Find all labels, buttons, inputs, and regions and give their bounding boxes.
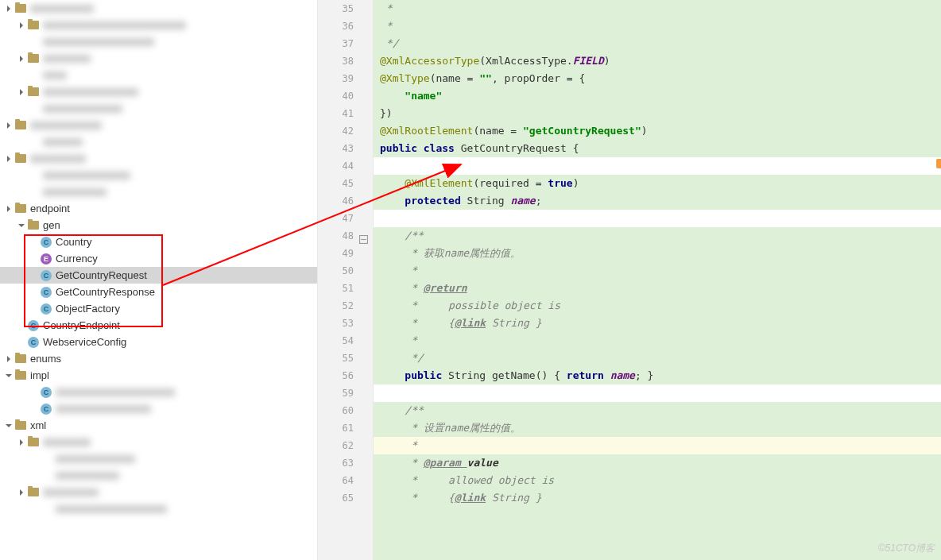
tree-item-label: xml bbox=[30, 419, 46, 431]
tree-item-webserviceconfig[interactable]: CWebserviceConfig bbox=[0, 334, 317, 350]
tree-item-currency[interactable]: ECurrency bbox=[0, 250, 317, 267]
tree-item-blurred[interactable] bbox=[0, 484, 317, 500]
line-number: 46 bbox=[318, 192, 373, 210]
project-tree[interactable]: endpointgenCCountryECurrencyCGetCountryR… bbox=[0, 0, 318, 560]
tree-item-blurred[interactable] bbox=[0, 117, 317, 133]
tree-item-blurred[interactable] bbox=[0, 67, 317, 83]
code-token: @return bbox=[424, 282, 467, 294]
code-token: (name = bbox=[430, 72, 480, 84]
code-token: name bbox=[510, 195, 535, 207]
code-token: * bbox=[405, 457, 423, 469]
line-number: 49 bbox=[318, 245, 373, 262]
line-number: 63 bbox=[318, 454, 373, 472]
chevron-icon[interactable] bbox=[3, 423, 14, 429]
fold-icon[interactable] bbox=[359, 232, 368, 241]
code-token: return bbox=[567, 369, 610, 381]
code-token: }) bbox=[380, 107, 393, 119]
folder-icon bbox=[14, 203, 27, 215]
tree-item-blurred[interactable] bbox=[0, 183, 317, 200]
tree-item-blurred[interactable] bbox=[0, 0, 317, 17]
class-icon: C bbox=[27, 319, 40, 332]
tree-item-countryendpoint[interactable]: CCountryEndpoint bbox=[0, 317, 317, 334]
code-token: * 设置name属性的值。 bbox=[405, 422, 521, 434]
tree-item-blurred[interactable] bbox=[0, 83, 317, 100]
tree-item-blurred[interactable] bbox=[0, 100, 317, 117]
code-token: ) bbox=[641, 125, 648, 137]
code-token: * bbox=[380, 20, 393, 32]
line-number: 38 bbox=[318, 52, 373, 70]
tree-item-getcountryrequest[interactable]: CGetCountryRequest bbox=[0, 267, 317, 284]
tree-folder-endpoint[interactable]: endpoint bbox=[0, 200, 317, 217]
line-number: 54 bbox=[318, 332, 373, 350]
code-token: (required = bbox=[473, 177, 548, 189]
tree-folder-enums[interactable]: enums bbox=[0, 350, 317, 367]
class-icon: C bbox=[40, 303, 52, 315]
folder-icon bbox=[14, 369, 27, 382]
tree-item-blurred[interactable] bbox=[0, 50, 317, 67]
code-token: @param bbox=[424, 457, 467, 469]
line-number: 40 bbox=[318, 87, 373, 105]
code-token: @link bbox=[455, 492, 486, 504]
tree-item-label: enums bbox=[30, 353, 61, 365]
tree-item-blurred[interactable]: C bbox=[0, 400, 317, 417]
tree-item-label: Currency bbox=[56, 253, 98, 265]
tree-item-blurred[interactable] bbox=[0, 434, 317, 450]
code-token: */ bbox=[405, 352, 423, 364]
tree-item-blurred[interactable]: C bbox=[0, 384, 317, 400]
tree-item-blurred[interactable] bbox=[0, 467, 317, 484]
code-token: ; } bbox=[635, 369, 653, 381]
chevron-icon[interactable] bbox=[16, 489, 27, 496]
chevron-icon[interactable] bbox=[16, 222, 27, 229]
tree-folder-impl[interactable]: impl bbox=[0, 367, 317, 384]
code-token: * 获取name属性的值。 bbox=[405, 247, 521, 259]
line-number: 41 bbox=[318, 105, 373, 122]
code-token: ) bbox=[573, 177, 579, 189]
class-icon: C bbox=[40, 236, 52, 249]
code-token: @XmlType bbox=[380, 72, 430, 84]
chevron-icon[interactable] bbox=[16, 56, 27, 62]
line-number: 48 bbox=[318, 227, 373, 245]
code-token: * possible object is bbox=[405, 299, 560, 311]
tree-item-objectfactory[interactable]: CObjectFactory bbox=[0, 300, 317, 317]
line-number: 44 bbox=[318, 157, 373, 175]
code-token: true bbox=[548, 177, 572, 189]
code-token: * allowed object is bbox=[405, 474, 554, 486]
code-token: @XmlElement bbox=[405, 177, 473, 189]
chevron-icon[interactable] bbox=[16, 89, 27, 95]
tree-item-blurred[interactable] bbox=[0, 33, 317, 50]
tree-item-label: CountryEndpoint bbox=[43, 319, 120, 331]
code-editor[interactable]: * * */ @XmlAccessorType(XmlAccessType.FI… bbox=[374, 0, 941, 560]
code-token: /** bbox=[405, 230, 423, 241]
tree-item-label: GetCountryResponse bbox=[56, 286, 155, 298]
folder-icon bbox=[27, 486, 40, 499]
code-token: (name = bbox=[473, 125, 523, 137]
chevron-icon[interactable] bbox=[3, 156, 14, 162]
chevron-icon[interactable] bbox=[3, 122, 14, 129]
tree-item-blurred[interactable] bbox=[0, 17, 317, 33]
line-number: 61 bbox=[318, 419, 373, 437]
code-token: public bbox=[405, 369, 448, 381]
class-icon: C bbox=[40, 386, 52, 399]
chevron-icon[interactable] bbox=[16, 439, 27, 446]
line-number: 65 bbox=[318, 489, 373, 507]
chevron-icon[interactable] bbox=[3, 373, 14, 379]
tree-item-blurred[interactable] bbox=[0, 500, 317, 517]
chevron-icon[interactable] bbox=[16, 22, 27, 29]
tree-item-label: gen bbox=[43, 219, 60, 231]
line-number: 62 bbox=[318, 437, 373, 454]
scrollbar-marker[interactable] bbox=[936, 159, 941, 168]
tree-item-blurred[interactable] bbox=[0, 150, 317, 167]
tree-folder-gen[interactable]: gen bbox=[0, 217, 317, 234]
chevron-icon[interactable] bbox=[3, 6, 14, 12]
tree-folder-xml[interactable]: xml bbox=[0, 417, 317, 434]
tree-item-getcountryresponse[interactable]: CGetCountryResponse bbox=[0, 284, 317, 300]
chevron-icon[interactable] bbox=[3, 356, 14, 362]
chevron-icon[interactable] bbox=[3, 206, 14, 212]
tree-item-blurred[interactable] bbox=[0, 450, 317, 467]
folder-icon bbox=[27, 19, 40, 32]
code-token: /** bbox=[405, 404, 423, 416]
tree-item-blurred[interactable] bbox=[0, 133, 317, 150]
tree-item-country[interactable]: CCountry bbox=[0, 234, 317, 250]
line-number: 50 bbox=[318, 262, 373, 280]
tree-item-blurred[interactable] bbox=[0, 167, 317, 183]
